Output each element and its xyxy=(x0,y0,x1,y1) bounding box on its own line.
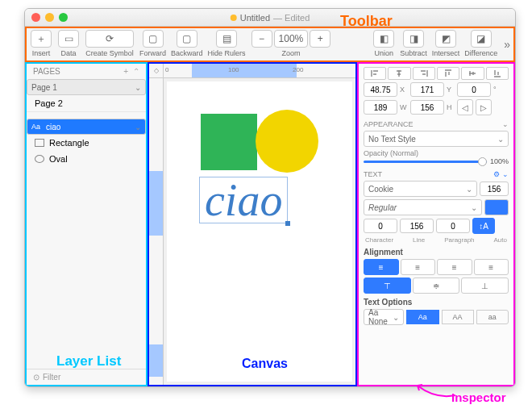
minimize-icon[interactable] xyxy=(45,13,54,22)
window-title: Untitled xyxy=(240,13,270,23)
data-button[interactable]: ▭ xyxy=(58,30,79,48)
window-controls xyxy=(31,13,68,22)
text-align-justify-button[interactable]: ≡ xyxy=(474,259,509,275)
layer-label: Rectangle xyxy=(49,138,89,148)
text-align-left-button[interactable]: ≡ xyxy=(364,259,399,275)
union-button[interactable]: ◧ xyxy=(373,30,394,48)
layer-label: ciao xyxy=(46,123,60,131)
arrow-icon xyxy=(411,383,458,399)
flip-v-icon[interactable]: ▷ xyxy=(476,99,492,115)
artboard[interactable]: ciao xyxy=(167,81,352,382)
edited-label: — Edited xyxy=(273,13,310,23)
zoom-out-button[interactable]: − xyxy=(251,30,272,48)
height-input[interactable] xyxy=(410,100,444,115)
pages-header: PAGES xyxy=(33,67,60,76)
opacity-label: Opacity (Normal) xyxy=(364,149,509,157)
add-page-icon[interactable]: + xyxy=(123,67,128,76)
layer-item-rect[interactable]: Rectangle xyxy=(27,135,146,151)
layer-list-panel: PAGES +⌃ Page 1 Page 2 Aa ciao Rectangle xyxy=(25,62,148,386)
layer-item-oval[interactable]: Oval xyxy=(27,151,146,167)
align-right-edges-icon[interactable] xyxy=(413,67,435,80)
layer-label: Oval xyxy=(49,154,68,164)
align-left-edges-icon[interactable] xyxy=(364,67,386,80)
hide-rulers-button[interactable]: ▤ xyxy=(216,30,237,48)
case-lower-button[interactable]: aa xyxy=(476,310,509,324)
annotation-inspector: Inspector xyxy=(451,390,506,404)
rotation-input[interactable] xyxy=(457,82,491,97)
ruler-origin-icon[interactable]: ◇ xyxy=(149,64,164,77)
text-align-right-button[interactable]: ≡ xyxy=(437,259,472,275)
close-icon[interactable] xyxy=(31,13,40,22)
text-valign-bottom-button[interactable]: ⊥ xyxy=(461,278,509,294)
intersect-button[interactable]: ◩ xyxy=(435,30,456,48)
ruler-horizontal: ◇ 0 100 200 xyxy=(149,64,355,78)
difference-button[interactable]: ◪ xyxy=(471,30,492,48)
collapse-icon[interactable]: ⌃ xyxy=(133,67,139,76)
opacity-slider[interactable] xyxy=(364,161,487,163)
ruler-vertical xyxy=(149,78,164,385)
app-window: Untitled — Edited ＋Insert ▭Data ⟳Create … xyxy=(24,8,516,387)
zoom-icon[interactable] xyxy=(59,13,68,22)
auto-line-height-button[interactable]: ↕A xyxy=(472,218,495,234)
inspector-panel: X Y ° W H ◁ ▷ APPEARANCE⌄ No Text Style … xyxy=(357,62,515,386)
flip-h-icon[interactable]: ◁ xyxy=(457,99,473,115)
filter-input[interactable]: ⊙ Filter xyxy=(27,369,146,385)
text-layer-ciao[interactable]: ciao xyxy=(199,177,288,223)
toolbar: ＋Insert ▭Data ⟳Create Symbol ▢Forward ▢B… xyxy=(25,27,515,62)
textopts-header: Text Options xyxy=(364,298,509,307)
rectangle-layer-icon xyxy=(35,139,44,147)
char-spacing-input[interactable] xyxy=(364,219,397,233)
font-weight-select[interactable]: Regular xyxy=(364,199,482,215)
case-normal-button[interactable]: Aa xyxy=(406,310,438,324)
rectangle-shape[interactable] xyxy=(201,114,257,170)
text-align-center-button[interactable]: ≡ xyxy=(401,259,436,275)
chevron-down-icon[interactable]: ⌄ xyxy=(502,120,509,128)
y-input[interactable] xyxy=(410,82,444,97)
case-upper-button[interactable]: AA xyxy=(442,310,474,324)
page-item[interactable]: Page 1 xyxy=(27,79,146,95)
appearance-header: APPEARANCE xyxy=(364,120,414,128)
canvas-panel: ◇ 0 100 200 ciao xyxy=(148,62,357,386)
align-bottom-edges-icon[interactable] xyxy=(486,67,509,80)
gear-icon[interactable]: ⚙ ⌄ xyxy=(493,170,509,178)
subtract-button[interactable]: ◨ xyxy=(403,30,424,48)
forward-button[interactable]: ▢ xyxy=(143,30,164,48)
backward-button[interactable]: ▢ xyxy=(177,30,197,48)
font-size-input[interactable] xyxy=(480,182,509,196)
text-layer-icon: Aa xyxy=(31,123,41,131)
overflow-icon[interactable]: » xyxy=(504,38,510,51)
text-header: TEXT xyxy=(364,170,382,178)
line-spacing-input[interactable] xyxy=(400,219,434,233)
text-style-select[interactable]: No Text Style xyxy=(364,131,509,147)
titlebar: Untitled — Edited xyxy=(25,9,515,27)
document-icon xyxy=(231,15,237,21)
zoom-in-button[interactable]: + xyxy=(310,30,330,48)
text-color-swatch[interactable] xyxy=(484,199,509,215)
align-h-center-icon[interactable] xyxy=(388,67,410,80)
zoom-value[interactable]: 100% xyxy=(274,30,309,48)
opacity-value: 100% xyxy=(490,157,509,165)
x-input[interactable] xyxy=(364,82,397,97)
align-top-edges-icon[interactable] xyxy=(437,67,459,80)
font-select[interactable]: Cookie xyxy=(364,181,477,197)
text-valign-middle-button[interactable]: ≑ xyxy=(413,278,460,294)
oval-shape[interactable] xyxy=(256,110,318,173)
layer-item-text[interactable]: Aa ciao xyxy=(27,119,146,135)
page-item[interactable]: Page 2 xyxy=(27,95,146,112)
insert-button[interactable]: ＋ xyxy=(31,30,52,48)
alignment-header: Alignment xyxy=(364,248,509,257)
create-symbol-button[interactable]: ⟳ xyxy=(85,30,134,48)
filter-icon: ⊙ xyxy=(33,373,39,382)
align-v-center-icon[interactable] xyxy=(461,67,484,80)
text-transform-select[interactable]: Aa None xyxy=(364,309,404,325)
oval-layer-icon xyxy=(35,155,44,163)
width-input[interactable] xyxy=(364,100,397,115)
text-valign-top-button[interactable]: ⊤ xyxy=(364,278,411,294)
para-spacing-input[interactable] xyxy=(436,219,470,233)
